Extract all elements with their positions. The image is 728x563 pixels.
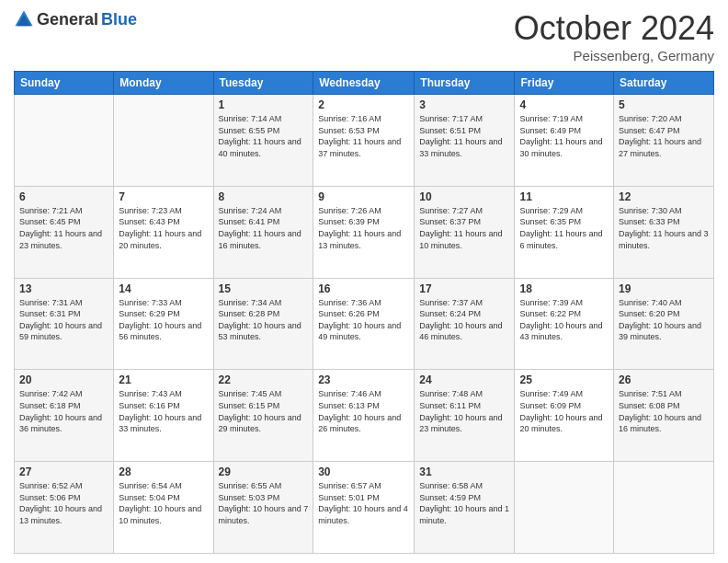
day-number: 26 <box>619 373 709 386</box>
day-number: 30 <box>318 465 409 478</box>
month-title: October 2024 <box>514 9 714 48</box>
logo-blue: Blue <box>101 10 137 29</box>
day-number: 1 <box>219 98 309 111</box>
day-info: Sunrise: 7:16 AMSunset: 6:53 PMDaylight:… <box>318 114 401 158</box>
day-number: 2 <box>318 98 409 111</box>
week-row-2: 6Sunrise: 7:21 AMSunset: 6:45 PMDaylight… <box>15 186 714 278</box>
day-cell: 18Sunrise: 7:39 AMSunset: 6:22 PMDayligh… <box>515 278 614 370</box>
day-number: 4 <box>519 98 609 111</box>
day-number: 27 <box>19 465 108 478</box>
day-cell: 2Sunrise: 7:16 AMSunset: 6:53 PMDaylight… <box>313 95 415 187</box>
logo-general: General <box>37 10 98 29</box>
day-number: 22 <box>219 373 309 386</box>
day-cell: 3Sunrise: 7:17 AMSunset: 6:51 PMDaylight… <box>415 95 515 187</box>
day-number: 18 <box>519 282 609 295</box>
day-number: 3 <box>419 98 509 111</box>
day-info: Sunrise: 7:31 AMSunset: 6:31 PMDaylight:… <box>19 298 102 342</box>
day-cell: 29Sunrise: 6:55 AMSunset: 5:03 PMDayligh… <box>213 462 313 554</box>
day-info: Sunrise: 7:34 AMSunset: 6:28 PMDaylight:… <box>219 298 301 342</box>
day-cell: 28Sunrise: 6:54 AMSunset: 5:04 PMDayligh… <box>114 462 213 554</box>
day-cell: 23Sunrise: 7:46 AMSunset: 6:13 PMDayligh… <box>313 370 415 462</box>
day-cell <box>114 95 213 187</box>
day-number: 14 <box>119 282 208 295</box>
day-info: Sunrise: 7:21 AMSunset: 6:45 PMDaylight:… <box>19 206 102 250</box>
day-cell: 1Sunrise: 7:14 AMSunset: 6:55 PMDaylight… <box>213 95 313 187</box>
day-cell: 13Sunrise: 7:31 AMSunset: 6:31 PMDayligh… <box>15 278 114 370</box>
day-cell: 5Sunrise: 7:20 AMSunset: 6:47 PMDaylight… <box>614 95 714 187</box>
day-cell <box>515 462 614 554</box>
title-area: October 2024 Peissenberg, Germany <box>514 9 714 63</box>
week-row-5: 27Sunrise: 6:52 AMSunset: 5:06 PMDayligh… <box>15 462 714 554</box>
day-cell: 25Sunrise: 7:49 AMSunset: 6:09 PMDayligh… <box>515 370 614 462</box>
day-number: 21 <box>119 373 208 386</box>
day-info: Sunrise: 7:17 AMSunset: 6:51 PMDaylight:… <box>419 114 502 158</box>
day-cell: 31Sunrise: 6:58 AMSunset: 4:59 PMDayligh… <box>415 462 515 554</box>
day-cell: 6Sunrise: 7:21 AMSunset: 6:45 PMDaylight… <box>15 186 114 278</box>
day-header-thursday: Thursday <box>415 72 515 95</box>
day-cell: 7Sunrise: 7:23 AMSunset: 6:43 PMDaylight… <box>114 186 213 278</box>
day-info: Sunrise: 6:58 AMSunset: 4:59 PMDaylight:… <box>419 481 509 525</box>
day-number: 15 <box>219 282 309 295</box>
day-number: 20 <box>19 373 108 386</box>
day-info: Sunrise: 7:14 AMSunset: 6:55 PMDaylight:… <box>219 114 301 158</box>
day-number: 11 <box>519 190 609 203</box>
header-row: SundayMondayTuesdayWednesdayThursdayFrid… <box>15 72 714 95</box>
day-number: 13 <box>19 282 108 295</box>
day-info: Sunrise: 7:48 AMSunset: 6:11 PMDaylight:… <box>419 389 502 433</box>
day-cell: 14Sunrise: 7:33 AMSunset: 6:29 PMDayligh… <box>114 278 213 370</box>
logo-icon <box>14 9 34 29</box>
logo: General Blue <box>14 9 137 29</box>
day-info: Sunrise: 7:27 AMSunset: 6:37 PMDaylight:… <box>419 206 502 250</box>
day-info: Sunrise: 7:51 AMSunset: 6:08 PMDaylight:… <box>619 389 701 433</box>
day-info: Sunrise: 6:57 AMSunset: 5:01 PMDaylight:… <box>318 481 408 525</box>
location-subtitle: Peissenberg, Germany <box>514 48 714 63</box>
day-cell: 21Sunrise: 7:43 AMSunset: 6:16 PMDayligh… <box>114 370 213 462</box>
day-number: 7 <box>119 190 208 203</box>
day-number: 23 <box>318 373 409 386</box>
day-info: Sunrise: 6:55 AMSunset: 5:03 PMDaylight:… <box>219 481 309 525</box>
day-cell: 27Sunrise: 6:52 AMSunset: 5:06 PMDayligh… <box>15 462 114 554</box>
day-info: Sunrise: 6:54 AMSunset: 5:04 PMDaylight:… <box>119 481 201 525</box>
week-row-1: 1Sunrise: 7:14 AMSunset: 6:55 PMDaylight… <box>15 95 714 187</box>
day-number: 17 <box>419 282 509 295</box>
day-info: Sunrise: 7:33 AMSunset: 6:29 PMDaylight:… <box>119 298 201 342</box>
day-header-monday: Monday <box>114 72 213 95</box>
day-info: Sunrise: 6:52 AMSunset: 5:06 PMDaylight:… <box>19 481 102 525</box>
day-cell: 10Sunrise: 7:27 AMSunset: 6:37 PMDayligh… <box>415 186 515 278</box>
day-number: 8 <box>219 190 309 203</box>
day-cell <box>15 95 114 187</box>
day-info: Sunrise: 7:20 AMSunset: 6:47 PMDaylight:… <box>619 114 701 158</box>
day-info: Sunrise: 7:49 AMSunset: 6:09 PMDaylight:… <box>519 389 602 433</box>
day-number: 24 <box>419 373 509 386</box>
day-info: Sunrise: 7:37 AMSunset: 6:24 PMDaylight:… <box>419 298 502 342</box>
day-number: 10 <box>419 190 509 203</box>
day-info: Sunrise: 7:39 AMSunset: 6:22 PMDaylight:… <box>519 298 602 342</box>
day-cell: 4Sunrise: 7:19 AMSunset: 6:49 PMDaylight… <box>515 95 614 187</box>
day-number: 28 <box>119 465 208 478</box>
day-info: Sunrise: 7:30 AMSunset: 6:33 PMDaylight:… <box>619 206 709 250</box>
day-info: Sunrise: 7:40 AMSunset: 6:20 PMDaylight:… <box>619 298 701 342</box>
day-number: 19 <box>619 282 709 295</box>
day-header-saturday: Saturday <box>614 72 714 95</box>
day-header-wednesday: Wednesday <box>313 72 415 95</box>
day-number: 25 <box>519 373 609 386</box>
day-cell: 30Sunrise: 6:57 AMSunset: 5:01 PMDayligh… <box>313 462 415 554</box>
day-info: Sunrise: 7:46 AMSunset: 6:13 PMDaylight:… <box>318 389 401 433</box>
day-info: Sunrise: 7:42 AMSunset: 6:18 PMDaylight:… <box>19 389 102 433</box>
day-cell: 20Sunrise: 7:42 AMSunset: 6:18 PMDayligh… <box>15 370 114 462</box>
day-number: 12 <box>619 190 709 203</box>
day-cell: 15Sunrise: 7:34 AMSunset: 6:28 PMDayligh… <box>213 278 313 370</box>
day-cell <box>614 462 714 554</box>
logo-area: General Blue <box>14 9 137 29</box>
day-info: Sunrise: 7:43 AMSunset: 6:16 PMDaylight:… <box>119 389 201 433</box>
day-info: Sunrise: 7:26 AMSunset: 6:39 PMDaylight:… <box>318 206 401 250</box>
day-cell: 12Sunrise: 7:30 AMSunset: 6:33 PMDayligh… <box>614 186 714 278</box>
day-cell: 26Sunrise: 7:51 AMSunset: 6:08 PMDayligh… <box>614 370 714 462</box>
day-number: 6 <box>19 190 108 203</box>
day-number: 29 <box>219 465 309 478</box>
day-info: Sunrise: 7:36 AMSunset: 6:26 PMDaylight:… <box>318 298 401 342</box>
day-cell: 16Sunrise: 7:36 AMSunset: 6:26 PMDayligh… <box>313 278 415 370</box>
day-info: Sunrise: 7:19 AMSunset: 6:49 PMDaylight:… <box>519 114 602 158</box>
week-row-4: 20Sunrise: 7:42 AMSunset: 6:18 PMDayligh… <box>15 370 714 462</box>
day-cell: 9Sunrise: 7:26 AMSunset: 6:39 PMDaylight… <box>313 186 415 278</box>
